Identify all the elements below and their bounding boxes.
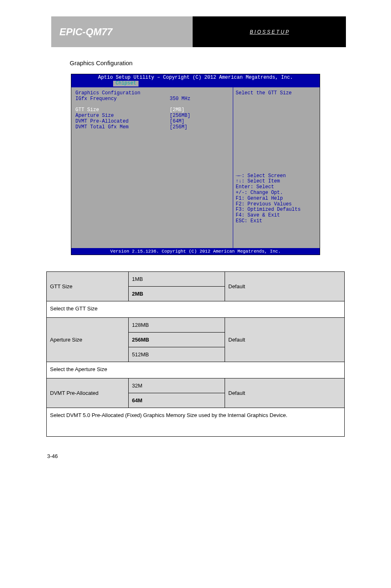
bios-left-panel: Graphics Configuration IGfx Frequency 35…	[71, 87, 233, 248]
bios-nav-line: F2: Previous Values	[236, 202, 317, 207]
bios-row-igfx: IGfx Frequency 350 MHz	[75, 96, 229, 102]
bios-tabs: Chipset	[71, 81, 320, 87]
table-row: Select the Aperture Size	[47, 362, 345, 378]
option-name: Aperture Size	[47, 318, 129, 362]
bios-nav-help: →←: Select Screen ↑↓: Select Item Enter:…	[236, 173, 317, 245]
option-description: Select DVMT 5.0 Pre-Allocated (Fixed) Gr…	[47, 408, 345, 437]
bios-nav-line: →←: Select Screen	[236, 173, 317, 179]
bios-row-value: [2MB]	[170, 107, 184, 113]
option-value: 128MB	[129, 318, 225, 333]
section-subtitle: Graphics Configuration	[70, 59, 391, 66]
option-value: 1MB	[129, 272, 225, 287]
option-name: DVMT Pre-Allocated	[47, 378, 129, 408]
option-description: Select the GTT Size	[47, 301, 345, 318]
bios-spacer	[75, 102, 229, 107]
bios-row-label: Aperture Size	[75, 113, 170, 119]
bios-screenshot: Aptio Setup Utility – Copyright (C) 2012…	[71, 74, 320, 255]
option-value: 256MB	[129, 333, 225, 347]
bios-spacer	[236, 224, 317, 245]
header-right-link: B I O S S E T U P	[193, 16, 346, 47]
bios-left-heading: Graphics Configuration	[75, 91, 229, 96]
option-default: Default	[225, 272, 345, 301]
table-row: DVMT Pre-Allocated 32M Default	[47, 378, 345, 393]
bios-nav-line: F1: General Help	[236, 196, 317, 202]
bios-body: Graphics Configuration IGfx Frequency 35…	[71, 87, 320, 248]
bios-nav-line: Enter: Select	[236, 185, 317, 190]
bios-row-value: [64M]	[170, 119, 184, 125]
option-name: GTT Size	[47, 272, 129, 301]
bios-row-label: GTT Size	[75, 107, 170, 113]
bios-nav-line: ↑↓: Select Item	[236, 179, 317, 185]
bios-nav-line: ESC: Exit	[236, 219, 317, 224]
option-value: 32M	[129, 378, 225, 393]
option-value: 2MB	[129, 287, 225, 301]
bios-tab-chipset[interactable]: Chipset	[113, 81, 139, 87]
bios-nav-line: F3: Optimized Defaults	[236, 207, 317, 213]
table-row: Aperture Size 128MB Default	[47, 318, 345, 333]
page-number: 3-46	[0, 453, 391, 459]
bios-nav-line: +/-: Change Opt.	[236, 190, 317, 196]
option-default: Default	[225, 378, 345, 408]
table-row: GTT Size 1MB Default	[47, 272, 345, 287]
bios-row-dvmt-total[interactable]: DVMT Total Gfx Mem [256M]	[75, 125, 229, 130]
bios-right-panel: Select the GTT Size →←: Select Screen ↑↓…	[233, 87, 320, 248]
bios-nav-line: F4: Save & Exit	[236, 213, 317, 219]
bios-row-value: [256MB]	[170, 113, 190, 119]
bios-row-label: IGfx Frequency	[75, 96, 170, 102]
bios-row-label: DVMT Pre-Allocated	[75, 119, 170, 125]
header-left-title: EPIC-QM77	[51, 16, 193, 47]
table-row: Select the GTT Size	[47, 301, 345, 318]
bios-footer: Version 2.15.1236. Copyright (C) 2012 Am…	[71, 248, 320, 255]
header-bar: EPIC-QM77 B I O S S E T U P	[51, 16, 346, 47]
table-row: Select DVMT 5.0 Pre-Allocated (Fixed) Gr…	[47, 408, 345, 437]
bios-help-title: Select the GTT Size	[236, 91, 317, 96]
bios-row-dvmt-pre[interactable]: DVMT Pre-Allocated [64M]	[75, 119, 229, 125]
bios-row-label: DVMT Total Gfx Mem	[75, 125, 170, 130]
option-default: Default	[225, 318, 345, 362]
bios-row-aperture[interactable]: Aperture Size [256MB]	[75, 113, 229, 119]
bios-row-value: 350 MHz	[170, 96, 190, 102]
option-value: 64M	[129, 393, 225, 408]
bios-row-gtt[interactable]: GTT Size [2MB]	[75, 107, 229, 113]
options-table: GTT Size 1MB Default 2MB Select the GTT …	[46, 271, 345, 437]
bios-topbar: Aptio Setup Utility – Copyright (C) 2012…	[71, 74, 320, 81]
option-value: 512MB	[129, 347, 225, 362]
option-description: Select the Aperture Size	[47, 362, 345, 378]
bios-row-value: [256M]	[170, 125, 187, 130]
